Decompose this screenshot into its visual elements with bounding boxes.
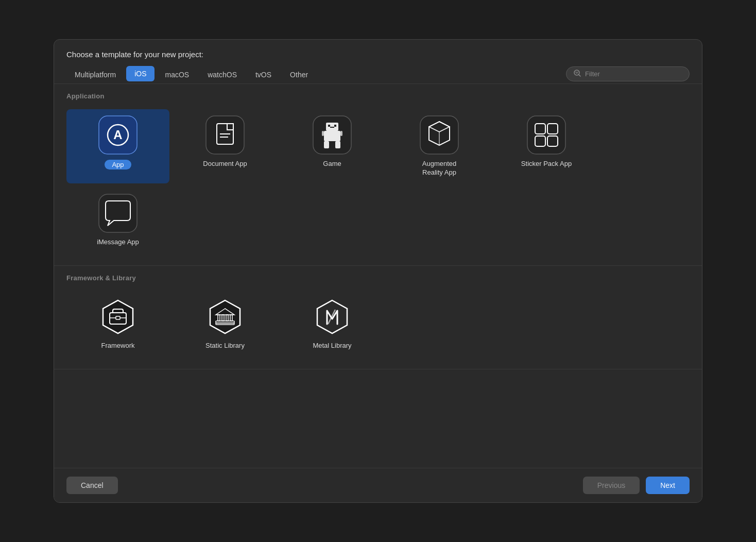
tab-other[interactable]: Other xyxy=(282,67,316,82)
tab-multiplatform[interactable]: Multiplatform xyxy=(66,67,124,82)
static-library-label: Static Library xyxy=(205,342,245,350)
svg-rect-17 xyxy=(330,127,334,128)
next-button[interactable]: Next xyxy=(646,477,690,494)
dialog-footer: Cancel Previous Next xyxy=(54,468,702,502)
dialog-title: Choose a template for your new project: xyxy=(54,40,702,66)
document-app-label: Document App xyxy=(203,160,247,168)
template-dialog: Choose a template for your new project: … xyxy=(54,39,702,503)
template-app[interactable]: A App xyxy=(66,109,169,183)
augmented-reality-icon xyxy=(420,115,459,155)
application-section-title: Application xyxy=(54,84,702,104)
footer-right: Previous Next xyxy=(583,477,690,494)
svg-rect-18 xyxy=(324,131,340,141)
template-static-library[interactable]: Static Library xyxy=(174,291,277,357)
application-section: Application A App xyxy=(54,84,702,266)
template-game[interactable]: Game xyxy=(281,109,384,183)
svg-rect-34 xyxy=(99,194,137,232)
document-app-icon xyxy=(205,115,245,155)
framework-icon xyxy=(98,297,138,336)
svg-rect-10 xyxy=(227,124,233,130)
tab-ios[interactable]: iOS xyxy=(126,66,154,81)
svg-rect-16 xyxy=(334,125,336,127)
app-label: App xyxy=(105,160,131,170)
filter-input[interactable] xyxy=(585,70,678,78)
metal-library-label: Metal Library xyxy=(313,342,351,350)
svg-line-1 xyxy=(579,75,580,76)
template-imessage[interactable]: iMessage App xyxy=(66,188,169,253)
template-metal-library[interactable]: Metal Library xyxy=(281,291,384,357)
metal-library-icon xyxy=(313,297,352,336)
svg-rect-15 xyxy=(328,125,330,127)
template-augmented-reality[interactable]: AugmentedReality App xyxy=(388,109,491,183)
game-icon xyxy=(313,115,352,155)
template-framework[interactable]: Framework xyxy=(66,291,169,357)
imessage-label: iMessage App xyxy=(97,238,139,247)
game-label: Game xyxy=(323,160,341,168)
framework-library-grid: Framework xyxy=(54,286,702,369)
static-library-icon xyxy=(205,297,245,336)
framework-library-title: Framework & Library xyxy=(54,266,702,286)
augmented-reality-label: AugmentedReality App xyxy=(422,160,457,177)
template-document-app[interactable]: Document App xyxy=(174,109,277,183)
sticker-pack-icon xyxy=(527,115,566,155)
tab-tvos[interactable]: tvOS xyxy=(247,67,280,82)
cancel-button[interactable]: Cancel xyxy=(66,477,118,494)
sticker-pack-label: Sticker Pack App xyxy=(521,160,572,168)
svg-rect-8 xyxy=(206,116,244,154)
tab-bar: Multiplatform iOS macOS watchOS tvOS Oth… xyxy=(54,66,702,84)
svg-rect-20 xyxy=(335,141,340,148)
content-area: Application A App xyxy=(54,84,702,468)
svg-rect-19 xyxy=(324,141,329,148)
previous-button[interactable]: Previous xyxy=(583,477,640,494)
filter-icon xyxy=(574,70,581,78)
filter-box[interactable] xyxy=(566,66,690,81)
svg-marker-39 xyxy=(210,300,240,333)
template-sticker-pack[interactable]: Sticker Pack App xyxy=(495,109,598,183)
svg-rect-21 xyxy=(322,131,324,136)
svg-text:A: A xyxy=(113,128,122,142)
svg-rect-38 xyxy=(116,316,120,319)
framework-label: Framework xyxy=(101,342,134,350)
imessage-icon xyxy=(98,194,138,233)
tab-watchos[interactable]: watchOS xyxy=(199,67,245,82)
svg-rect-29 xyxy=(527,116,565,154)
framework-library-section: Framework & Library xyxy=(54,266,702,369)
svg-rect-22 xyxy=(340,131,342,136)
tab-macos[interactable]: macOS xyxy=(157,67,197,82)
application-grid: A App xyxy=(54,104,702,265)
app-icon: A xyxy=(98,115,138,155)
